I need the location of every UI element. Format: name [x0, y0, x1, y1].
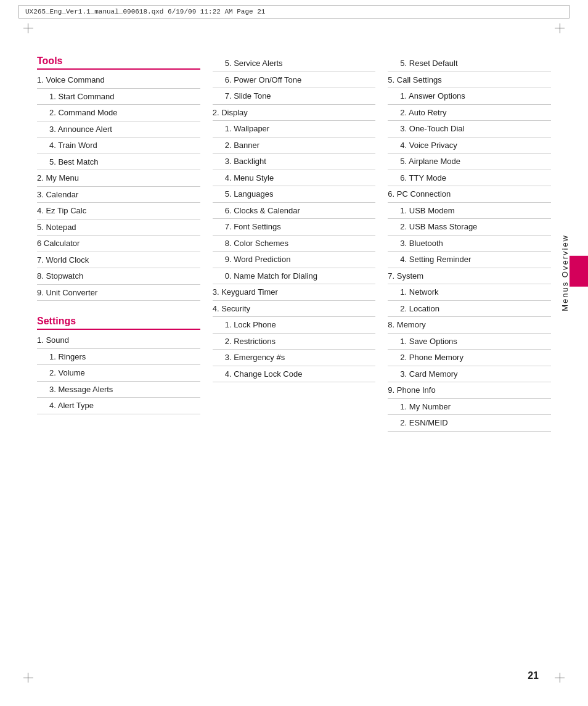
- list-item: 9. Phone Info: [388, 382, 551, 399]
- list-item: 6. PC Connection: [388, 186, 551, 203]
- list-item: 1. Start Command: [37, 89, 200, 105]
- section-gap-1: [37, 301, 200, 316]
- tools-section: Tools 1. Voice Command 1. Start Command …: [37, 55, 200, 301]
- list-item: 8. Stopwatch: [37, 268, 200, 285]
- list-item: 2. Banner: [213, 138, 376, 154]
- list-item: 1. Wallpaper: [213, 121, 376, 138]
- list-item: 2. My Menu: [37, 170, 200, 187]
- list-item: 2. Phone Memory: [388, 350, 551, 366]
- list-item: 2. Auto Retry: [388, 105, 551, 121]
- settings-title: Settings: [37, 316, 200, 330]
- list-item: 3. Card Memory: [388, 366, 551, 383]
- list-item: 9. Word Prediction: [213, 252, 376, 268]
- list-item: 3. Emergency #s: [213, 350, 376, 366]
- list-item: 2. Command Mode: [37, 105, 200, 121]
- list-item: 3. Bluetooth: [388, 236, 551, 252]
- column-2: 5. Service Alerts 6. Power On/Off Tone 7…: [213, 55, 388, 432]
- list-item: 1. Answer Options: [388, 88, 551, 105]
- list-item: 6. Power On/Off Tone: [213, 72, 376, 89]
- list-item: 6. TTY Mode: [388, 170, 551, 187]
- list-item: 7. System: [388, 268, 551, 285]
- list-item: 5. Airplane Mode: [388, 154, 551, 170]
- list-item: 6 Calculator: [37, 236, 200, 252]
- list-item: 1. Sound: [37, 332, 200, 349]
- side-label: Menus Overview: [560, 234, 588, 311]
- list-item: 4. Menu Style: [213, 170, 376, 187]
- list-item: 4. Train Word: [37, 138, 200, 154]
- list-item: 3. Calendar: [37, 187, 200, 203]
- header-bar: UX265_Eng_Ver1.1_manual_090618.qxd 6/19/…: [18, 5, 570, 18]
- list-item: 4. Setting Reminder: [388, 252, 551, 268]
- list-item: 5. Service Alerts: [213, 55, 376, 72]
- list-item: 2. Location: [388, 301, 551, 318]
- list-item: 6. Clocks & Calendar: [213, 203, 376, 220]
- list-item: 3. Message Alerts: [37, 382, 200, 398]
- list-item: 1. Lock Phone: [213, 317, 376, 334]
- list-item: 4. Ez Tip Calc: [37, 203, 200, 220]
- corner-reg-bl: [23, 673, 33, 683]
- content-area: Tools 1. Voice Command 1. Start Command …: [37, 55, 551, 432]
- list-item: 4. Alert Type: [37, 398, 200, 414]
- list-item: 5. Call Settings: [388, 72, 551, 89]
- column-1: Tools 1. Voice Command 1. Start Command …: [37, 55, 213, 432]
- list-item: 7. World Clock: [37, 252, 200, 269]
- list-item: 3. Announce Alert: [37, 121, 200, 138]
- list-item: 8. Color Schemes: [213, 236, 376, 252]
- header-text: UX265_Eng_Ver1.1_manual_090618.qxd 6/19/…: [25, 8, 265, 15]
- side-label-bar: [570, 255, 588, 286]
- list-item: 5. Reset Default: [388, 55, 551, 72]
- list-item: 4. Voice Privacy: [388, 138, 551, 154]
- list-item: 3. Backlight: [213, 154, 376, 170]
- list-item: 2. Display: [213, 105, 376, 121]
- tools-title: Tools: [37, 55, 200, 70]
- list-item: 9. Unit Converter: [37, 285, 200, 302]
- list-item: 2. USB Mass Storage: [388, 219, 551, 236]
- list-item: 5. Languages: [213, 186, 376, 203]
- list-item: 1. Save Options: [388, 334, 551, 350]
- list-item: 1. Voice Command: [37, 72, 200, 89]
- list-item: 7. Font Settings: [213, 219, 376, 236]
- list-item: 4. Security: [213, 301, 376, 318]
- corner-reg-tl: [23, 23, 33, 33]
- corner-reg-tr: [555, 23, 565, 33]
- list-item: 2. Restrictions: [213, 334, 376, 350]
- list-item: 7. Slide Tone: [213, 88, 376, 105]
- list-item: 8. Memory: [388, 317, 551, 334]
- settings-section: Settings 1. Sound 1. Ringers 2. Volume 3…: [37, 316, 200, 414]
- list-item: 5. Notepad: [37, 220, 200, 236]
- corner-reg-br: [555, 673, 565, 683]
- list-item: 2. ESN/MEID: [388, 415, 551, 432]
- list-item: 0. Name Match for Dialing: [213, 268, 376, 285]
- column-3: 5. Reset Default 5. Call Settings 1. Ans…: [388, 55, 551, 432]
- page-number: 21: [528, 670, 539, 681]
- list-item: 1. My Number: [388, 399, 551, 416]
- list-item: 4. Change Lock Code: [213, 366, 376, 383]
- list-item: 1. Network: [388, 284, 551, 301]
- list-item: 3. Keyguard Timer: [213, 284, 376, 301]
- list-item: 5. Best Match: [37, 154, 200, 171]
- list-item: 1. USB Modem: [388, 203, 551, 220]
- list-item: 2. Volume: [37, 365, 200, 382]
- list-item: 1. Ringers: [37, 349, 200, 366]
- list-item: 3. One-Touch Dial: [388, 121, 551, 138]
